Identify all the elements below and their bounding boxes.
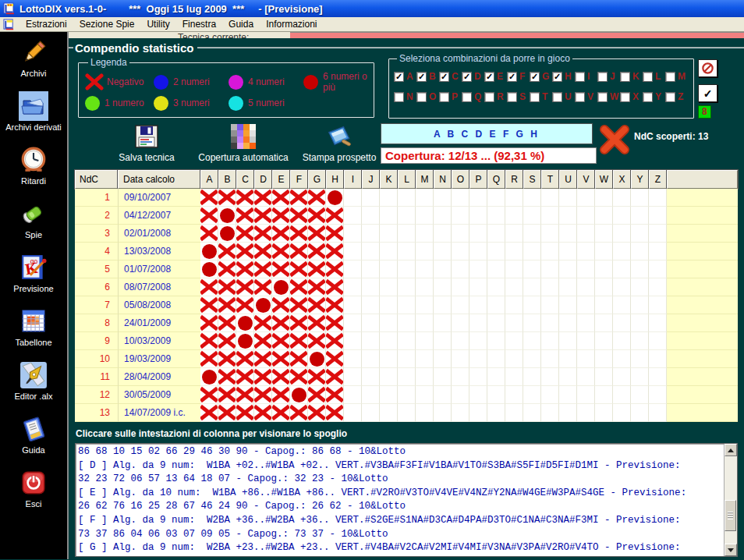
checkbox-box-T[interactable] — [530, 92, 540, 102]
header-column-O[interactable]: O — [452, 170, 469, 189]
copertura-automatica-button[interactable]: Copertura automatica — [190, 123, 296, 163]
combination-checkbox-P[interactable]: P — [439, 91, 462, 102]
combination-checkbox-I[interactable]: I — [575, 71, 597, 82]
menu-item-finestra[interactable]: Finestra — [176, 18, 222, 30]
combination-checkbox-L[interactable]: L — [643, 71, 665, 82]
header-column-J[interactable]: J — [362, 170, 380, 189]
header-column-H[interactable]: H — [326, 170, 344, 189]
checkbox-box-Q[interactable] — [462, 92, 472, 102]
combination-checkbox-Q[interactable]: Q — [462, 91, 484, 102]
scrollbar-track[interactable] — [725, 456, 737, 544]
mdi-child-icon[interactable] — [3, 19, 15, 30]
header-column-V[interactable]: V — [577, 170, 595, 189]
header-column-D[interactable]: D — [254, 170, 272, 189]
combination-checkbox-V[interactable]: V — [575, 91, 597, 102]
combination-checkbox-Z[interactable]: Z — [665, 91, 688, 102]
checkbox-box-R[interactable] — [484, 92, 494, 102]
combination-checkbox-H[interactable]: ✓H — [552, 71, 575, 82]
sidebar-item-ritardi[interactable]: Ritardi — [0, 145, 67, 186]
checkbox-box-V[interactable] — [575, 92, 585, 102]
checkbox-box-N[interactable] — [394, 92, 404, 102]
sidebar-item-previsione[interactable]: K go Previsione — [0, 253, 67, 293]
combination-checkbox-Y[interactable]: Y — [643, 91, 665, 102]
combination-checkbox-T[interactable]: T — [530, 91, 552, 102]
header-column-C[interactable]: C — [236, 170, 254, 189]
scroll-down-button[interactable] — [725, 544, 737, 556]
sidebar-item-archivi[interactable]: Archivi — [0, 37, 67, 78]
menu-item-guida[interactable]: Guida — [222, 18, 260, 30]
header-column-G[interactable]: G — [308, 170, 326, 189]
select-all-button[interactable]: ✓ — [698, 84, 717, 102]
menu-item-estrazioni[interactable]: Estrazioni — [19, 18, 73, 30]
combination-checkbox-U[interactable]: U — [552, 91, 575, 102]
header-column-W[interactable]: W — [595, 170, 613, 189]
checkbox-box-D[interactable]: ✓ — [462, 72, 472, 82]
header-column-E[interactable]: E — [272, 170, 290, 189]
combination-checkbox-F[interactable]: ✓F — [507, 71, 530, 82]
menu-item-sezione-spie[interactable]: Sezione Spie — [73, 18, 141, 30]
header-column-T[interactable]: T — [541, 170, 559, 189]
combination-checkbox-M[interactable]: M — [665, 71, 688, 82]
checkbox-box-K[interactable] — [620, 72, 630, 82]
header-column-K[interactable]: K — [380, 170, 398, 189]
selected-combinations-field[interactable]: A B C D E F G H — [381, 123, 593, 144]
checkbox-box-F[interactable]: ✓ — [507, 72, 517, 82]
checkbox-box-A[interactable]: ✓ — [394, 72, 404, 82]
sidebar-item-esci[interactable]: Esci — [0, 468, 67, 509]
header-column-A[interactable]: A — [200, 170, 218, 189]
checkbox-box-M[interactable] — [665, 72, 675, 82]
checkbox-box-X[interactable] — [620, 92, 630, 102]
header-column-M[interactable]: M — [416, 170, 434, 189]
checkbox-box-Z[interactable] — [665, 92, 675, 102]
header-column-N[interactable]: N — [434, 170, 452, 189]
checkbox-box-O[interactable] — [416, 92, 427, 102]
combination-checkbox-B[interactable]: ✓B — [416, 71, 439, 82]
checkbox-box-P[interactable] — [439, 92, 449, 102]
checkbox-box-Y[interactable] — [643, 92, 653, 102]
salva-tecnica-button[interactable]: Salva tecnica — [115, 123, 178, 163]
combination-checkbox-G[interactable]: ✓G — [530, 71, 552, 82]
combination-checkbox-A[interactable]: ✓A — [394, 71, 416, 82]
sidebar-item-editor-alx[interactable]: Editor .alx — [0, 360, 67, 401]
scroll-up-button[interactable] — [725, 444, 737, 456]
tecnica-corrente-field[interactable] — [290, 32, 744, 38]
header-column-S[interactable]: S — [523, 170, 541, 189]
header-column-B[interactable]: B — [218, 170, 236, 189]
combination-checkbox-N[interactable]: N — [394, 91, 416, 102]
menu-item-utility[interactable]: Utility — [140, 18, 175, 30]
combination-checkbox-W[interactable]: W — [597, 91, 620, 102]
uncovered-x-icon[interactable] — [598, 123, 631, 156]
checkbox-box-L[interactable] — [643, 72, 653, 82]
header-column-U[interactable]: U — [559, 170, 577, 189]
sidebar-item-tabellone[interactable]: Tabellone — [0, 307, 67, 347]
header-column-L[interactable]: L — [398, 170, 416, 189]
header-column-Z[interactable]: Z — [649, 170, 667, 189]
scrollbar-thumb[interactable] — [725, 500, 736, 531]
header-column-X[interactable]: X — [613, 170, 631, 189]
combination-checkbox-C[interactable]: ✓C — [439, 71, 462, 82]
sidebar-item-guida[interactable]: Guida — [0, 414, 67, 455]
header-column-Y[interactable]: Y — [631, 170, 649, 189]
header-column-R[interactable]: R — [505, 170, 523, 189]
combination-checkbox-E[interactable]: ✓E — [484, 71, 507, 82]
combination-checkbox-X[interactable]: X — [620, 91, 643, 102]
combination-checkbox-R[interactable]: R — [484, 91, 507, 102]
sidebar-item-spie[interactable]: Spie — [0, 199, 67, 239]
checkbox-box-C[interactable]: ✓ — [439, 72, 449, 82]
checkbox-box-I[interactable] — [575, 72, 585, 82]
deselect-all-button[interactable] — [698, 59, 717, 77]
checkbox-box-W[interactable] — [597, 92, 608, 102]
checkbox-box-G[interactable]: ✓ — [530, 72, 540, 82]
stampa-prospetto-button[interactable]: Stampa prospetto — [299, 123, 379, 163]
sidebar-item-archivi-derivati[interactable]: Archivi derivati — [0, 91, 67, 132]
header-column-I[interactable]: I — [344, 170, 362, 189]
checkbox-box-B[interactable]: ✓ — [416, 72, 427, 82]
checkbox-box-E[interactable]: ✓ — [484, 72, 494, 82]
checkbox-box-U[interactable] — [552, 92, 562, 102]
checkbox-box-H[interactable]: ✓ — [552, 72, 562, 82]
algorithm-output-text[interactable]: 86 68 10 15 02 66 29 46 30 90 - Capog.: … — [76, 444, 724, 556]
checkbox-box-J[interactable] — [597, 72, 608, 82]
combination-checkbox-K[interactable]: K — [620, 71, 643, 82]
header-column-P[interactable]: P — [469, 170, 487, 189]
checkbox-box-S[interactable] — [507, 92, 517, 102]
